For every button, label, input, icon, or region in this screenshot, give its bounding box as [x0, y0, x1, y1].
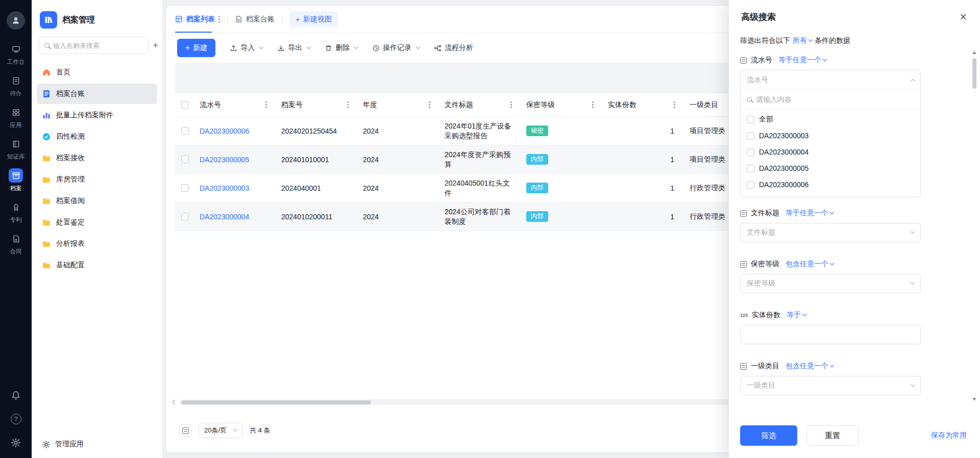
help-icon[interactable]	[11, 414, 21, 424]
chevron-down-icon	[802, 312, 806, 316]
rail-item-contract[interactable]: 合同	[9, 232, 23, 256]
column-menu-icon[interactable]	[347, 104, 349, 106]
horizontal-scrollbar[interactable]	[180, 399, 737, 405]
option-item[interactable]: 全部	[741, 111, 920, 128]
operator-dropdown[interactable]: 等于	[787, 311, 806, 320]
serial-link[interactable]: DA2023000005	[200, 156, 249, 164]
rail-item-todo[interactable]: 待办	[9, 73, 23, 97]
drawer-scrollbar[interactable]	[972, 51, 977, 401]
create-button[interactable]: 新建	[177, 39, 215, 57]
manage-app-button[interactable]: 管理应用	[32, 430, 162, 458]
scrollbar-thumb[interactable]	[181, 400, 371, 404]
option-checkbox[interactable]	[747, 165, 754, 172]
scroll-up-icon[interactable]	[972, 51, 976, 54]
option-item[interactable]: DA2023000004	[741, 144, 920, 160]
page-settings-button[interactable]	[179, 424, 191, 437]
option-item[interactable]: DA2023000003	[741, 128, 920, 144]
operation-log-button[interactable]: 操作记录	[372, 43, 420, 53]
copies-cell: 1	[601, 127, 682, 135]
row-checkbox[interactable]	[181, 127, 189, 135]
option-checkbox[interactable]	[747, 132, 754, 140]
title-select[interactable]: 文件标题	[740, 223, 921, 242]
export-button[interactable]: 导出	[277, 43, 310, 53]
sidebar-item-borrow[interactable]: 档案借阅	[37, 191, 157, 211]
rail-item-apps[interactable]: 应用	[9, 105, 23, 129]
number-field-icon	[740, 313, 748, 318]
scroll-down-icon[interactable]	[972, 398, 976, 401]
row-checkbox[interactable]	[181, 184, 189, 192]
condition-mode-dropdown[interactable]: 所有	[793, 36, 812, 45]
option-checkbox[interactable]	[747, 116, 754, 123]
sidebar-item-batch-upload[interactable]: 批量上传档案附件	[37, 105, 157, 125]
rail-item-patent[interactable]: 专利	[9, 200, 23, 224]
rail-item-workbench[interactable]: 工作台	[7, 42, 25, 66]
serial-link[interactable]: DA2023000004	[200, 213, 249, 221]
multiselect-input[interactable]: 流水号	[741, 70, 920, 90]
sidebar-item-four-check[interactable]: 四性检测	[37, 126, 157, 147]
row-checkbox[interactable]	[181, 156, 189, 163]
sidebar-item-reports[interactable]: 分析报表	[37, 234, 157, 254]
operator-dropdown[interactable]: 等于任意一个	[778, 56, 826, 65]
serial-link[interactable]: DA2023000003	[200, 184, 249, 192]
sidebar-item-warehouse[interactable]: 库房管理	[37, 169, 157, 190]
copies-input[interactable]	[740, 325, 921, 344]
title-cell: 2024年度资产采购预算	[437, 150, 519, 169]
operator-dropdown[interactable]: 等于任意一个	[786, 209, 834, 218]
new-view-button[interactable]: 新建视图	[289, 11, 338, 28]
import-button[interactable]: 导入	[230, 43, 263, 53]
option-item[interactable]: DA2023000005	[741, 160, 920, 176]
certificate-icon	[9, 200, 23, 214]
sidebar-item-label: 档案接收	[56, 154, 85, 163]
page-size-select[interactable]: 20条/页	[199, 423, 242, 438]
row-checkbox[interactable]	[181, 213, 189, 220]
select-all-checkbox[interactable]	[181, 101, 189, 109]
serial-link[interactable]: DA2023000006	[200, 127, 249, 135]
filter-group-copies: 实体份数 等于	[740, 311, 933, 344]
rail-item-archive[interactable]: 档案	[9, 168, 23, 192]
tab-menu-icon[interactable]	[218, 18, 220, 20]
avatar[interactable]	[7, 11, 25, 30]
option-search-input[interactable]	[756, 95, 914, 104]
secrecy-select[interactable]: 保密等级	[740, 274, 921, 293]
delete-button[interactable]: 删除	[325, 43, 358, 53]
operator-dropdown[interactable]: 包含任意一个	[786, 260, 834, 269]
contract-file-icon	[9, 232, 23, 246]
save-as-favorite-link[interactable]: 保存为常用	[931, 431, 967, 440]
close-icon[interactable]	[960, 11, 967, 23]
chevron-down-icon	[354, 45, 358, 49]
option-checkbox[interactable]	[747, 148, 754, 156]
sidebar-search-input[interactable]	[53, 42, 143, 49]
gear-icon[interactable]	[11, 438, 21, 448]
reset-button[interactable]: 重置	[806, 425, 859, 446]
bell-icon[interactable]	[11, 390, 21, 400]
sidebar-item-home[interactable]: 首页	[37, 62, 157, 83]
category-select[interactable]: 一级类目	[740, 376, 921, 395]
sidebar-search[interactable]	[39, 37, 149, 54]
sidebar-item-disposal[interactable]: 处置鉴定	[37, 212, 157, 233]
column-menu-icon[interactable]	[674, 104, 675, 106]
plus-icon	[296, 15, 300, 23]
archive-no-cell: 2024010200011	[274, 213, 356, 221]
operator-dropdown[interactable]: 包含任意一个	[786, 362, 834, 371]
column-menu-icon[interactable]	[429, 104, 430, 106]
column-menu-icon[interactable]	[510, 104, 512, 106]
column-menu-icon[interactable]	[592, 104, 594, 106]
scroll-left-icon[interactable]	[173, 400, 178, 405]
flow-analysis-button[interactable]: 流程分析	[434, 43, 473, 53]
scrollbar-thumb[interactable]	[972, 58, 976, 89]
plus-icon[interactable]	[153, 40, 158, 51]
filter-group-secrecy: 保密等级 包含任意一个 保密等级	[740, 260, 933, 293]
sidebar-item-base-config[interactable]: 基础配置	[37, 255, 157, 275]
column-menu-icon[interactable]	[265, 104, 267, 106]
tab-archive-ledger[interactable]: 档案台账	[235, 6, 275, 33]
sidebar-item-archive-ledger[interactable]: 档案台账	[37, 84, 157, 104]
option-item[interactable]: DA2023000006	[741, 176, 920, 193]
chevron-up-icon	[911, 79, 915, 83]
tab-archive-list[interactable]: 档案列表	[175, 6, 220, 33]
filter-button[interactable]: 筛选	[740, 425, 797, 446]
sidebar-item-archive-receive[interactable]: 档案接收	[37, 148, 157, 168]
option-search	[741, 90, 920, 109]
rail-item-knowledge[interactable]: 知证库	[7, 137, 25, 161]
option-checkbox[interactable]	[747, 181, 754, 189]
search-icon	[44, 43, 50, 48]
